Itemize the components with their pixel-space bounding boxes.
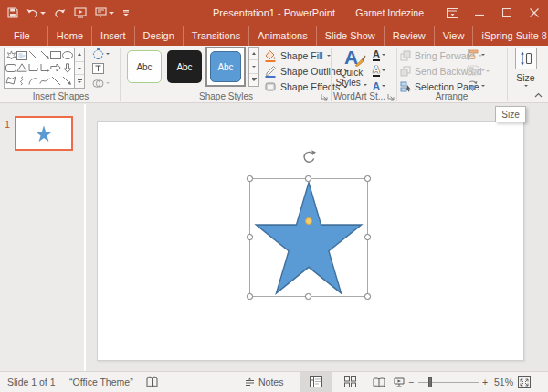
shape-gallery-scroll-down-icon[interactable]	[75, 62, 84, 76]
shape-gallery-more-icon[interactable]	[75, 75, 84, 88]
tab-review[interactable]: Review	[385, 26, 435, 46]
undo-icon[interactable]	[26, 8, 46, 18]
shape-gallery-icon-elbow-arrow-connector[interactable]	[39, 62, 50, 75]
shape-styles-scroll-down-icon[interactable]	[249, 60, 258, 73]
resize-handle-bottom-middle[interactable]	[305, 293, 311, 300]
minimize-icon[interactable]	[466, 0, 493, 26]
text-fill-button[interactable]: A	[373, 48, 385, 61]
notes-icon	[245, 377, 255, 387]
shape-gallery-icon-triangle[interactable]	[16, 62, 27, 75]
shape-style-thumbnail-1[interactable]: Abc	[127, 50, 162, 83]
slide-show-setup-icon[interactable]	[95, 7, 114, 18]
theme-name[interactable]: “Office Theme”	[69, 372, 133, 392]
redo-icon[interactable]	[54, 8, 66, 18]
group-wordart-styles: A Quick Styles A A A WordArt St...	[332, 47, 395, 102]
tab-home[interactable]: Home	[47, 26, 92, 46]
slide-show-view-button[interactable]	[391, 372, 407, 392]
zoom-in-button[interactable]: +	[482, 372, 488, 392]
adjustment-handle[interactable]	[305, 217, 312, 225]
edit-shape-button[interactable]	[90, 48, 118, 60]
normal-view-button[interactable]	[300, 372, 332, 392]
zoom-out-button[interactable]: −	[408, 372, 414, 392]
zoom-level[interactable]: 51%	[494, 372, 513, 392]
shape-gallery-icon-arc[interactable]	[28, 74, 39, 87]
shape-gallery-scroll-up-icon[interactable]	[75, 48, 84, 62]
rotate-button[interactable]	[467, 79, 485, 91]
reading-view-button[interactable]	[367, 372, 391, 392]
shape-gallery-icon-elbow-connector[interactable]	[28, 62, 39, 75]
text-outline-button[interactable]: A	[373, 64, 385, 77]
shape-gallery-icon-oval[interactable]	[62, 49, 73, 62]
align-icon	[467, 49, 479, 60]
shape-gallery-icon-rounded-rectangle[interactable]	[5, 62, 16, 75]
slide-thumbnail-selected[interactable]	[15, 116, 73, 151]
size-button[interactable]: Size	[511, 48, 541, 93]
undo-dropdown-icon[interactable]	[40, 12, 46, 15]
shape-gallery-icon-diagonal-line[interactable]	[50, 74, 61, 87]
shape-gallery-icon-curve[interactable]	[39, 74, 50, 87]
slide-show-setup-dropdown-icon[interactable]	[109, 12, 114, 15]
tab-slide-show[interactable]: Slide Show	[317, 26, 385, 46]
maximize-icon[interactable]	[493, 0, 521, 26]
shape-style-thumbnail-3-selected[interactable]: Abc	[206, 47, 246, 87]
shape-gallery-icon-rectangle[interactable]	[50, 49, 61, 62]
merge-shapes-button[interactable]	[90, 77, 118, 90]
zoom-slider-thumb[interactable]	[428, 377, 432, 387]
tab-animations[interactable]: Animations	[249, 26, 316, 46]
shape-styles-dialog-launcher-icon[interactable]	[321, 93, 328, 101]
save-icon[interactable]	[7, 7, 18, 18]
shape-gallery-icon-right-arrow[interactable]	[50, 62, 61, 75]
resize-handle-middle-left[interactable]	[247, 234, 253, 240]
slide-sorter-view-button[interactable]	[336, 372, 364, 392]
text-box-button[interactable]	[90, 62, 118, 75]
shape-gallery-icon-line[interactable]	[28, 49, 39, 62]
shape-gallery-icon-star[interactable]	[5, 49, 16, 62]
shape-styles-scroll-up-icon[interactable]	[249, 48, 258, 60]
rotate-handle-icon[interactable]	[301, 149, 317, 164]
start-from-beginning-icon[interactable]	[74, 7, 87, 18]
star-shape[interactable]	[251, 180, 366, 296]
close-icon[interactable]	[521, 0, 548, 26]
fit-to-window-icon[interactable]	[518, 372, 531, 392]
text-fill-icon: A	[373, 49, 380, 61]
group-insert-shapes: Insert Shapes	[2, 47, 120, 102]
group-shape-styles: Abc Abc Abc Shape Fill Shape Outline	[121, 47, 331, 102]
ribbon-tab-bar: File Home Insert Design Transitions Anim…	[0, 26, 548, 46]
collapse-ribbon-icon[interactable]	[534, 92, 543, 98]
tab-design[interactable]: Design	[135, 26, 184, 46]
zoom-slider-track[interactable]	[418, 382, 479, 383]
tab-view[interactable]: View	[435, 26, 474, 46]
slide-counter[interactable]: Slide 1 of 1	[7, 372, 56, 392]
resize-handle-middle-right[interactable]	[364, 234, 371, 240]
ribbon-display-options-icon[interactable]	[438, 0, 466, 26]
resize-handle-top-right[interactable]	[364, 175, 371, 182]
shape-gallery-icon-diagonal-arrow[interactable]	[62, 74, 73, 87]
shape-gallery-icon-down-arrow[interactable]	[62, 62, 73, 75]
resize-handle-top-left[interactable]	[247, 175, 253, 182]
quick-styles-button[interactable]: A Quick Styles	[332, 48, 370, 91]
shape-style-thumbnail-2[interactable]: Abc	[167, 50, 202, 83]
arrange-group-label: Arrange	[397, 91, 506, 101]
resize-handle-bottom-left[interactable]	[247, 293, 253, 300]
tab-insert[interactable]: Insert	[92, 26, 135, 46]
shape-gallery-icon-freeform[interactable]	[5, 74, 16, 87]
shape-gallery-icon-arrow[interactable]	[39, 49, 50, 62]
notes-button[interactable]: Notes	[245, 372, 283, 392]
slide-thumbnails-panel: 1	[0, 104, 86, 371]
customize-quick-access-toolbar-icon[interactable]	[122, 9, 130, 17]
wordart-styles-group-label: WordArt St...	[332, 91, 395, 101]
tab-transitions[interactable]: Transitions	[184, 26, 249, 46]
shape-styles-more-icon[interactable]	[249, 74, 258, 86]
shape-gallery-icon-scribble[interactable]	[16, 74, 27, 87]
resize-handle-bottom-right[interactable]	[364, 293, 371, 300]
wordart-styles-dialog-launcher-icon[interactable]	[387, 93, 395, 101]
shape-gallery-icon-text-box-shape[interactable]	[16, 49, 27, 62]
text-effects-button[interactable]: A	[373, 79, 385, 92]
shape-styles-scrollbar	[248, 47, 259, 87]
spell-check-icon[interactable]	[146, 372, 158, 392]
user-account-name[interactable]: Garnet Indezine	[355, 7, 424, 18]
tab-ispring-suite[interactable]: iSpring Suite 8	[473, 26, 548, 46]
resize-handle-top-middle[interactable]	[305, 175, 311, 182]
align-button[interactable]	[467, 48, 485, 60]
tab-file[interactable]: File	[2, 26, 42, 46]
